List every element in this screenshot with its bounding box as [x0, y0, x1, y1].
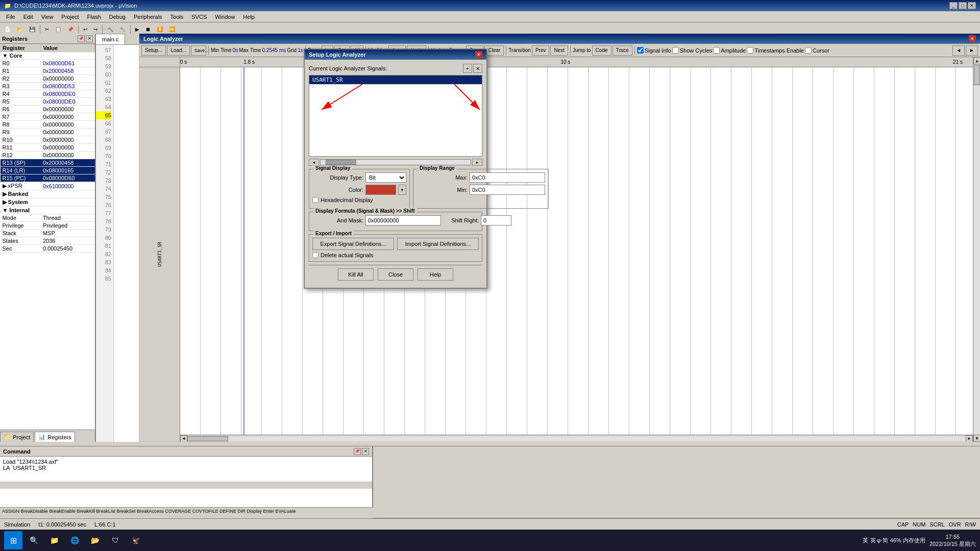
menu-window[interactable]: Window — [211, 13, 239, 21]
la-setup-btn[interactable]: Setup... — [141, 45, 166, 56]
taskbar-icon-1[interactable]: 📁 — [45, 531, 63, 549]
signal-scroll-right[interactable]: ► — [472, 159, 482, 166]
expand-internal-icon[interactable]: ▼ — [3, 207, 8, 213]
delete-signals-checkbox[interactable] — [312, 252, 318, 258]
menu-svcs[interactable]: SVCS — [187, 13, 211, 21]
la-scroll-right-btn[interactable]: ► — [966, 45, 978, 56]
menu-file[interactable]: File — [2, 13, 19, 21]
table-row[interactable]: Mode Thread — [1, 214, 95, 222]
kill-all-btn[interactable]: Kill All — [338, 268, 374, 281]
table-row[interactable]: R10 0x00000000 — [1, 136, 95, 144]
table-row[interactable]: R8 0x00000000 — [1, 121, 95, 129]
menu-edit[interactable]: Edit — [19, 13, 37, 21]
signal-list-icons[interactable]: + ✕ — [463, 64, 482, 73]
signal-add-btn[interactable]: + — [463, 64, 472, 73]
import-signal-btn[interactable]: Import Signal Definitions... — [397, 238, 479, 250]
table-row[interactable]: Privilege Privileged — [1, 222, 95, 230]
table-row-r13[interactable]: R13 (SP) 0x20000458 — [1, 159, 95, 167]
menu-project[interactable]: Project — [57, 13, 83, 21]
command-close-btn[interactable]: ✕ — [362, 448, 369, 455]
table-row[interactable]: R0 0x08000D61 — [1, 60, 95, 67]
la-trace-btn[interactable]: Trace — [612, 45, 632, 56]
table-row[interactable]: R7 0x00000000 — [1, 113, 95, 121]
table-row[interactable]: R1 0x20000458 — [1, 67, 95, 75]
la-hscroll-left[interactable]: ◄ — [180, 435, 187, 442]
la-timestamps-checkbox[interactable] — [747, 47, 753, 54]
registers-float-btn[interactable]: 📌 — [78, 35, 85, 42]
la-amplitude-checkbox[interactable] — [713, 47, 720, 54]
table-row-xpsr[interactable]: ▶ xPSR 0x61000000 — [1, 182, 95, 190]
expand-core-icon[interactable]: ▼ — [3, 53, 8, 59]
signal-listbox[interactable]: USART1_SR — [309, 75, 482, 157]
table-row[interactable]: R12 0x00000000 — [1, 152, 95, 159]
tab-registers[interactable]: 📊 Registers — [35, 432, 75, 442]
command-input[interactable] — [3, 473, 369, 480]
la-code-btn[interactable]: Code — [592, 45, 611, 56]
la-clear-btn[interactable]: Clear — [484, 45, 504, 56]
expand-banked-icon[interactable]: ▶ — [3, 191, 7, 197]
la-next-btn[interactable]: Next — [550, 45, 568, 56]
la-vscroll-up[interactable]: ▲ — [973, 57, 980, 64]
signal-scroll-thumb[interactable] — [326, 160, 356, 165]
menu-help[interactable]: Help — [239, 13, 259, 21]
la-cursor-check[interactable]: Cursor — [805, 47, 829, 54]
color-swatch[interactable] — [365, 185, 396, 195]
la-show-cycles-checkbox[interactable] — [672, 47, 679, 54]
taskbar-icon-3[interactable]: 📂 — [86, 531, 104, 549]
help-btn[interactable]: Help — [418, 268, 453, 281]
export-signal-btn[interactable]: Export Signal Definitions... — [312, 238, 394, 250]
la-hscroll-thumb[interactable] — [187, 436, 228, 441]
max-input[interactable] — [470, 172, 545, 183]
signal-scroll-left[interactable]: ◄ — [309, 159, 319, 166]
display-type-select[interactable]: Bit — [365, 172, 406, 183]
command-input-area[interactable] — [3, 473, 369, 480]
table-row[interactable]: R5 0x08000DE0 — [1, 98, 95, 106]
table-row[interactable]: Sec 0.00025450 — [1, 245, 95, 253]
table-row[interactable]: R9 0x00000000 — [1, 129, 95, 136]
table-row[interactable]: R3 0x08000D53 — [1, 83, 95, 90]
menu-flash[interactable]: Flash — [83, 13, 105, 21]
registers-panel-controls[interactable]: 📌 ✕ — [78, 35, 93, 42]
and-mask-input[interactable] — [365, 215, 441, 226]
la-vscroll[interactable]: ▲ ▼ — [973, 57, 980, 442]
la-save-btn[interactable]: Save... — [191, 45, 206, 56]
expand-system-icon[interactable]: ▶ — [3, 199, 7, 205]
menu-debug[interactable]: Debug — [105, 13, 130, 21]
la-scroll-left-btn[interactable]: ◄ — [952, 45, 965, 56]
taskbar-icon-2[interactable]: 🌐 — [65, 531, 84, 549]
la-cursor-checkbox[interactable] — [805, 47, 812, 54]
la-amplitude-check[interactable]: Amplitude — [713, 47, 746, 54]
registers-close-btn[interactable]: ✕ — [86, 35, 93, 42]
hexadecimal-checkbox[interactable] — [312, 197, 318, 203]
color-dropdown-btn[interactable]: ▼ — [398, 185, 406, 195]
menu-view[interactable]: View — [37, 13, 58, 21]
la-vscroll-down[interactable]: ▼ — [973, 435, 980, 442]
tab-project[interactable]: 📁 Project — [0, 432, 34, 442]
table-row[interactable]: Stack MSP — [1, 230, 95, 237]
expand-xpsr-icon[interactable]: ▶ — [3, 183, 7, 189]
title-bar-controls[interactable]: _ □ ✕ — [949, 2, 976, 9]
shift-right-input[interactable] — [481, 215, 511, 226]
table-row[interactable]: R4 0x08000DE0 — [1, 90, 95, 98]
la-show-cycles-check[interactable]: Show Cycles — [672, 47, 713, 54]
start-button[interactable]: ⊞ — [4, 531, 22, 549]
code-text[interactable] — [114, 45, 139, 442]
signal-remove-btn[interactable]: ✕ — [473, 64, 482, 73]
table-row[interactable]: States 2036 — [1, 237, 95, 245]
min-input[interactable] — [470, 185, 545, 195]
la-close-button[interactable]: ✕ — [969, 35, 976, 42]
la-hscroll[interactable]: ◄ ► — [180, 435, 973, 442]
taskbar-icon-4[interactable]: 🛡 — [106, 531, 125, 549]
dialog-close-btn[interactable]: ✕ — [475, 51, 482, 58]
table-row[interactable]: R2 0x00000000 — [1, 75, 95, 83]
taskbar-icon-5[interactable]: 🦅 — [127, 531, 145, 549]
close-button[interactable]: ✕ — [968, 2, 976, 9]
close-btn[interactable]: Close — [378, 268, 413, 281]
la-waveform-display[interactable] — [180, 67, 973, 435]
search-button[interactable]: 🔍 — [24, 531, 43, 549]
minimize-button[interactable]: _ — [949, 2, 958, 9]
la-load-btn[interactable]: Load... — [167, 45, 190, 56]
la-prev-btn[interactable]: Prev — [532, 45, 550, 56]
command-controls[interactable]: 📌 ✕ — [354, 448, 369, 455]
maximize-button[interactable]: □ — [959, 2, 967, 9]
